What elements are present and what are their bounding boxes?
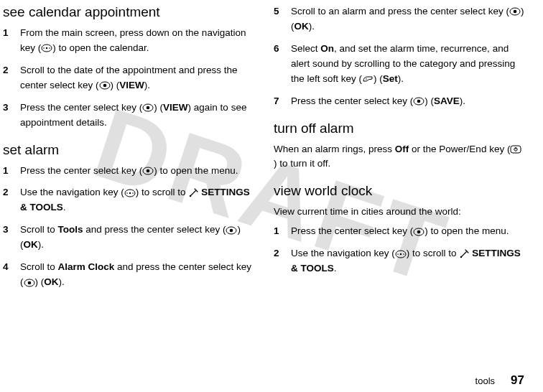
step-number: 1 — [3, 26, 20, 56]
svg-point-28 — [417, 230, 421, 233]
set-alarm-steps: 1Press the center select key () to open … — [3, 164, 254, 290]
svg-point-1 — [46, 47, 47, 49]
page-content: see calendar appointment 1From the main … — [0, 0, 543, 297]
step-item: 7Press the center select key () (SAVE). — [274, 94, 524, 109]
step-number: 2 — [3, 63, 20, 93]
step-number: 1 — [274, 224, 291, 239]
svg-point-3 — [49, 48, 50, 50]
step-number: 2 — [274, 246, 291, 276]
center-select-key-icon — [142, 103, 154, 112]
step-number: 4 — [3, 260, 20, 290]
center-select-key-icon — [24, 279, 35, 287]
step-item: 6Select On, and set the alarm time, recu… — [274, 42, 524, 87]
center-select-key-icon — [413, 97, 424, 106]
svg-point-7 — [147, 106, 150, 110]
world-clock-intro: View current time in cities around the w… — [274, 205, 524, 220]
step-text: Scroll to Tools and press the center sel… — [20, 223, 254, 253]
svg-point-5 — [103, 84, 106, 88]
step-number: 7 — [274, 94, 291, 109]
step-text: Press the center select key () to open t… — [291, 224, 524, 239]
step-number: 1 — [3, 164, 20, 179]
right-column: 5Scroll to an alarm and press the center… — [274, 4, 524, 297]
step-item: 2Scroll to the date of the appointment a… — [3, 63, 254, 93]
set-alarm-steps-cont: 5Scroll to an alarm and press the center… — [274, 4, 524, 109]
footer-section: tools — [475, 375, 495, 386]
svg-point-14 — [190, 195, 191, 197]
step-number: 3 — [3, 101, 20, 131]
center-select-key-icon — [413, 228, 424, 236]
svg-point-12 — [126, 192, 128, 194]
nav-key-icon — [124, 189, 136, 197]
world-clock-steps: 1Press the center select key () to open … — [274, 224, 524, 276]
svg-point-32 — [403, 253, 404, 255]
svg-point-30 — [400, 253, 402, 254]
step-text: Press the center select key () (VIEW) ag… — [20, 101, 254, 131]
svg-point-20 — [514, 10, 517, 14]
step-text: From the main screen, press down on the … — [20, 26, 254, 56]
svg-point-13 — [132, 192, 134, 194]
settings-tools-icon — [188, 188, 198, 198]
step-item: 3Scroll to Tools and press the center se… — [3, 223, 254, 253]
step-number: 5 — [274, 4, 291, 34]
svg-point-21 — [366, 78, 367, 80]
step-item: 2Use the navigation key () to scroll to … — [274, 246, 524, 276]
page-footer: tools 97 — [475, 373, 524, 388]
footer-page-number: 97 — [511, 373, 524, 388]
svg-point-9 — [147, 169, 150, 173]
heading-turn-off-alarm: turn off alarm — [274, 121, 524, 136]
step-text: Scroll to Alarm Clock and press the cent… — [20, 260, 254, 290]
heading-set-alarm: set alarm — [3, 142, 254, 158]
calendar-steps: 1From the main screen, press down on the… — [3, 26, 254, 131]
step-item: 3Press the center select key () (VIEW) a… — [3, 101, 254, 131]
step-item: 4Scroll to Alarm Clock and press the cen… — [3, 260, 254, 290]
power-end-key-icon — [510, 145, 521, 154]
svg-point-16 — [230, 228, 233, 232]
step-text: Press the center select key () to open t… — [20, 164, 254, 179]
step-text: Scroll to an alarm and press the center … — [291, 4, 524, 34]
center-select-key-icon — [99, 81, 111, 90]
left-column: see calendar appointment 1From the main … — [3, 4, 254, 297]
center-select-key-icon — [226, 226, 237, 235]
step-item: 1Press the center select key () to open … — [3, 164, 254, 179]
left-soft-key-icon — [362, 75, 373, 83]
nav-key-icon — [41, 44, 52, 52]
svg-point-11 — [129, 192, 131, 194]
svg-point-31 — [397, 253, 399, 255]
step-item: 2Use the navigation key () to scroll to … — [3, 185, 254, 215]
step-item: 1Press the center select key () to open … — [274, 224, 524, 239]
svg-point-2 — [43, 48, 45, 50]
step-text: Scroll to the date of the appointment an… — [20, 63, 254, 93]
heading-world-clock: view world clock — [274, 183, 524, 199]
center-select-key-icon — [509, 7, 521, 16]
step-text: Select On, and set the alarm time, recur… — [291, 42, 524, 87]
settings-tools-icon — [459, 249, 469, 259]
step-number: 2 — [3, 185, 20, 215]
step-text: Press the center select key () (SAVE). — [291, 94, 524, 109]
svg-point-18 — [27, 281, 31, 284]
step-item: 5Scroll to an alarm and press the center… — [274, 4, 524, 34]
turn-off-alarm-text: When an alarm rings, press Off or the Po… — [274, 142, 524, 172]
svg-point-23 — [417, 100, 421, 103]
step-number: 6 — [274, 42, 291, 87]
step-text: Use the navigation key () to scroll to S… — [20, 185, 254, 215]
center-select-key-icon — [142, 167, 154, 175]
step-text: Use the navigation key () to scroll to S… — [291, 246, 524, 276]
svg-point-33 — [460, 256, 462, 257]
step-item: 1From the main screen, press down on the… — [3, 26, 254, 56]
heading-see-calendar: see calendar appointment — [3, 4, 254, 20]
nav-key-icon — [395, 250, 407, 258]
step-number: 3 — [3, 223, 20, 253]
